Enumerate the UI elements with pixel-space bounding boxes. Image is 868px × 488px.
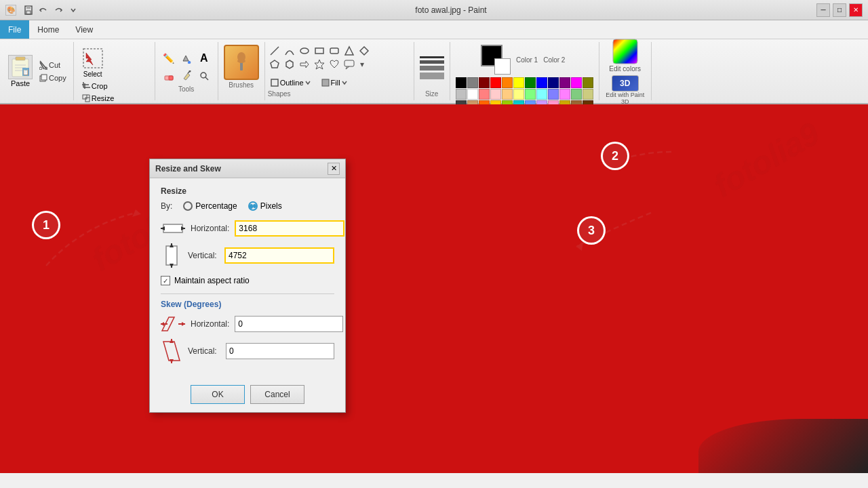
color-swatch-23[interactable]	[583, 89, 593, 100]
menu-home[interactable]: Home	[29, 20, 67, 39]
copy-label: Copy	[49, 74, 66, 82]
vertical-input[interactable]	[224, 247, 334, 264]
color-swatch-10[interactable]	[571, 77, 582, 88]
shape-star4[interactable]	[313, 58, 326, 70]
magnify-tool[interactable]	[196, 68, 212, 84]
color-swatch-9[interactable]	[559, 77, 570, 88]
color-swatch-19[interactable]	[536, 89, 547, 100]
crop-button[interactable]: Crop	[79, 81, 149, 92]
color-swatch-4[interactable]	[502, 77, 513, 88]
color-swatch-12[interactable]	[456, 89, 467, 100]
resize-button[interactable]: Resize	[79, 93, 149, 104]
resize-section-label: Resize	[161, 186, 334, 196]
quick-access-dropdown[interactable]	[66, 4, 80, 16]
skew-vertical-input[interactable]	[226, 343, 334, 359]
maintain-aspect-row: Maintain aspect ratio	[161, 276, 334, 285]
shape-oval[interactable]	[298, 45, 311, 57]
color-swatch-2[interactable]	[479, 77, 490, 88]
color-swatch-22[interactable]	[571, 89, 582, 100]
svg-marker-70	[163, 342, 180, 361]
shape-rect[interactable]	[313, 45, 326, 57]
color-swatch-18[interactable]	[525, 89, 536, 100]
menu-file[interactable]: File	[0, 20, 29, 39]
color-swatch-17[interactable]	[513, 89, 524, 100]
text-tool[interactable]: A	[196, 50, 212, 66]
undo-button[interactable]	[37, 4, 50, 16]
pixels-radio-btn	[248, 201, 258, 211]
size-4[interactable]	[420, 73, 444, 79]
maintain-aspect-checkbox[interactable]	[161, 276, 170, 285]
skew-horizontal-label: Horizontal:	[191, 319, 229, 329]
title-bar: 🎨 foto awal.jpg - Paint ─ □ ✕	[0, 0, 868, 20]
color-swatch-7[interactable]	[536, 77, 547, 88]
shape-hexagon[interactable]	[283, 58, 296, 70]
color-swatch-8[interactable]	[548, 77, 559, 88]
shape-line[interactable]	[268, 45, 281, 57]
color-swatch-5[interactable]	[513, 77, 524, 88]
redo-button[interactable]	[52, 4, 65, 16]
shape-more[interactable]: ▾	[357, 58, 371, 70]
svg-point-13	[39, 67, 42, 70]
minimize-button[interactable]: ─	[816, 3, 830, 17]
maximize-button[interactable]: □	[833, 3, 846, 17]
shape-speech[interactable]	[342, 58, 356, 70]
skew-horizontal-input[interactable]	[235, 316, 343, 332]
fill-button[interactable]: Fill	[319, 78, 350, 87]
ok-button[interactable]: OK	[191, 385, 245, 404]
percentage-radio-btn	[183, 201, 193, 211]
pixels-radio[interactable]: Pixels	[248, 201, 282, 211]
close-button[interactable]: ✕	[849, 3, 863, 17]
color-swatch-13[interactable]	[467, 89, 478, 100]
svg-line-33	[205, 77, 208, 80]
size-3[interactable]	[420, 66, 444, 70]
skew-vertical-label: Vertical:	[188, 346, 220, 356]
color-swatch-16[interactable]	[502, 89, 513, 100]
percentage-radio[interactable]: Percentage	[183, 201, 237, 211]
color-swatch-6[interactable]	[525, 77, 536, 88]
color2-swatch[interactable]	[494, 58, 511, 75]
svg-point-38	[300, 48, 309, 54]
edit-colors-button[interactable]: Edit colors	[609, 38, 641, 73]
paste-button[interactable]: 📋 Paste	[5, 54, 35, 89]
cut-button[interactable]: Cut	[38, 59, 68, 71]
fill-tool[interactable]	[178, 50, 195, 66]
svg-marker-72	[170, 339, 174, 343]
shape-curve[interactable]	[283, 45, 296, 57]
color-swatch-15[interactable]	[490, 89, 501, 100]
color-swatch-0[interactable]	[456, 77, 467, 88]
color-swatch-14[interactable]	[479, 89, 490, 100]
copy-button[interactable]: Copy	[38, 72, 68, 84]
horizontal-input[interactable]	[235, 220, 344, 237]
size-1[interactable]	[420, 56, 444, 58]
brushes-button[interactable]: Brushes	[224, 45, 259, 89]
cancel-button[interactable]: Cancel	[250, 385, 304, 404]
tools-label: Tools	[178, 85, 194, 93]
shape-heart[interactable]	[328, 58, 341, 70]
color-swatch-20[interactable]	[548, 89, 559, 100]
color-swatch-1[interactable]	[467, 77, 478, 88]
pencil-tool[interactable]: ✏️	[161, 50, 177, 66]
color-picker-tool[interactable]	[178, 68, 195, 84]
color-swatch-21[interactable]	[559, 89, 570, 100]
shape-diamond[interactable]	[357, 45, 371, 57]
svg-rect-29	[169, 76, 173, 80]
eraser-tool[interactable]	[161, 68, 177, 84]
color-swatch-11[interactable]	[583, 77, 593, 88]
shape-arrow-right[interactable]	[298, 58, 311, 70]
outline-button[interactable]: Outline	[268, 78, 313, 87]
svg-text:📋: 📋	[22, 68, 29, 75]
svg-marker-42	[360, 47, 368, 55]
app-icon: 🎨	[5, 5, 16, 16]
color-swatch-3[interactable]	[490, 77, 501, 88]
radio-row: By: Percentage Pixels	[161, 201, 334, 211]
menu-view[interactable]: View	[67, 20, 101, 39]
shape-rect2[interactable]	[328, 45, 341, 57]
dialog-body: Resize By: Percentage Pixe	[150, 178, 345, 377]
save-button[interactable]	[22, 4, 35, 16]
size-2[interactable]	[420, 60, 444, 64]
edit-paint3d-button[interactable]: 3D Edit with Paint 3D	[605, 75, 646, 105]
select-button[interactable]: Select	[79, 45, 106, 79]
shape-pentagon[interactable]	[268, 58, 281, 70]
shape-triangle[interactable]	[342, 45, 356, 57]
dialog-close-button[interactable]: ✕	[328, 163, 340, 175]
